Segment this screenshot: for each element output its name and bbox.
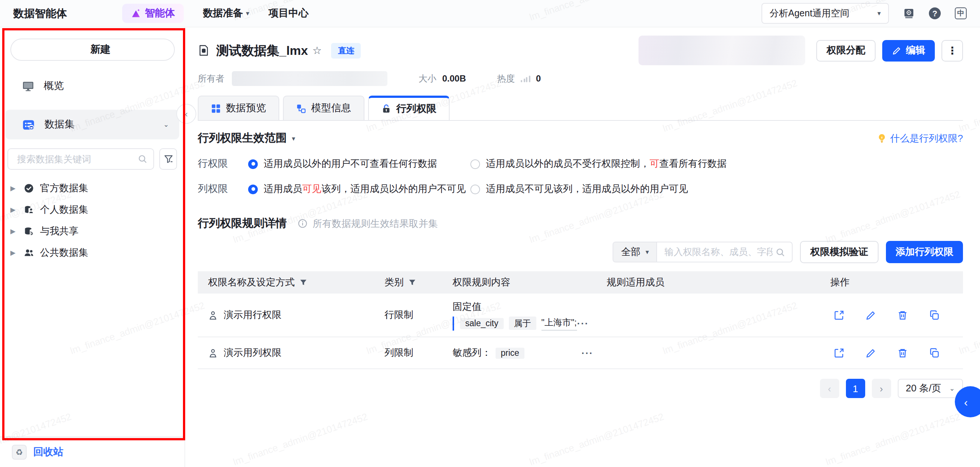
user-icon — [208, 310, 218, 320]
direct-connection-badge: 直连 — [331, 43, 361, 58]
permission-search-input[interactable] — [657, 247, 776, 257]
tree-item-label: 官方数据集 — [40, 181, 88, 194]
expand-caret-icon[interactable]: ▶ — [10, 184, 18, 191]
edit-icon[interactable] — [865, 347, 876, 359]
app-window: 数据智能体 智能体 数据准备 ▾ 项目中心 — [0, 0, 980, 467]
sidebar-collapse-button[interactable]: ‹ — [176, 104, 196, 124]
table-row[interactable]: 演示用列权限 列限制 敏感列： price ··· — [198, 337, 963, 369]
favorite-star-icon[interactable]: ☆ — [313, 45, 322, 56]
radio-selected-icon[interactable] — [248, 184, 258, 194]
monitor-icon — [22, 80, 34, 92]
dataset-search-input[interactable] — [16, 153, 138, 165]
column-option-2[interactable]: 适用成员不可见该列，适用成员以外的用户可见 — [470, 182, 688, 196]
dataset-filter-button[interactable] — [159, 148, 177, 170]
database-person-icon — [24, 204, 34, 215]
row-actions — [820, 347, 963, 359]
chevron-down-icon[interactable]: ▾ — [292, 134, 295, 142]
page-size-select[interactable]: 20 条/页 ⌄ — [898, 379, 963, 398]
row-permission-options: 行权限 适用成员以外的用户不可查看任何行数据 适用成员以外的成员不受行权限控制，… — [198, 157, 963, 171]
row-permission-label: 行权限 — [198, 157, 248, 171]
col-header-rule-content: 权限规则内容 — [442, 276, 596, 289]
next-page-button[interactable]: › — [872, 379, 891, 398]
recycle-bin-item[interactable]: ♻ 回收站 — [0, 437, 185, 467]
nav-item-agent[interactable]: 智能体 — [122, 4, 184, 23]
delete-icon[interactable] — [897, 347, 908, 359]
tab-model-info-label: 模型信息 — [311, 102, 351, 115]
new-button[interactable]: 新建 — [10, 38, 175, 61]
filter-funnel-icon[interactable] — [299, 278, 307, 287]
tree-item-personal-datasets[interactable]: ▶ 个人数据集 — [0, 199, 185, 220]
nav-item-data-prep[interactable]: 数据准备 ▾ — [203, 7, 249, 20]
current-page-button[interactable]: 1 — [846, 379, 865, 398]
dataset-search-field[interactable] — [7, 148, 154, 170]
prev-page-button[interactable]: ‹ — [820, 379, 839, 398]
tab-row-column-permission-label: 行列权限 — [396, 102, 436, 116]
row-option-1[interactable]: 适用成员以外的用户不可查看任何行数据 — [248, 157, 470, 171]
tree-item-public-datasets[interactable]: ▶ 公共数据集 — [0, 242, 185, 263]
tree-item-official-datasets[interactable]: ▶ 官方数据集 — [0, 177, 185, 199]
dataset-doc-icon — [198, 45, 210, 56]
rules-info-text: 所有数据规则生效结果取并集 — [313, 217, 438, 230]
workspace-select[interactable]: 分析Agent通用空间 ▾ — [762, 3, 889, 24]
column-option-1[interactable]: 适用成员可见该列，适用成员以外的用户不可见 — [248, 182, 470, 196]
edit-icon[interactable] — [865, 309, 876, 320]
expand-caret-icon[interactable]: ▶ — [10, 206, 18, 213]
expand-caret-icon[interactable]: ▶ — [10, 227, 18, 234]
column-option-1-label: 适用成员可见该列，适用成员以外的用户不可见 — [264, 182, 466, 196]
app-title: 数据智能体 — [13, 6, 67, 21]
table-header: 权限名称及设定方式 类别 权限规则内容 规则适用成员 操作 — [198, 271, 963, 293]
tab-bar: 数据预览 模型信息 行列权限 — [198, 96, 963, 121]
help-icon[interactable]: ? — [929, 7, 941, 19]
tab-data-preview-label: 数据预览 — [226, 102, 266, 115]
scope-section-header: 行列权限生效范围 ▾ 什么是行列权限? — [198, 131, 963, 145]
more-actions-button[interactable]: ⋮ — [942, 40, 963, 61]
model-diagram-icon — [296, 104, 306, 113]
sidebar-item-dataset[interactable]: 数据集 ⌄ — [5, 110, 179, 139]
copy-icon[interactable] — [929, 309, 940, 320]
rule-field-chip: price — [496, 347, 525, 359]
sidebar-item-overview[interactable]: 概览 — [0, 73, 185, 99]
row-option-2[interactable]: 适用成员以外的成员不受行权限控制，可查看所有行数据 — [470, 157, 727, 171]
what-is-permission-link[interactable]: 什么是行列权限? — [877, 132, 963, 145]
filter-type-select[interactable]: 全部 ▾ — [614, 242, 657, 262]
row-actions — [820, 309, 963, 320]
assign-permission-button[interactable]: 权限分配 — [816, 40, 875, 61]
permission-search-combo: 全部 ▾ — [613, 242, 792, 262]
rules-title: 行列权限规则详情 — [198, 217, 287, 231]
add-permission-button[interactable]: 添加行列权限 — [886, 241, 963, 263]
tree-item-shared-with-me[interactable]: ▶ 与我共享 — [0, 220, 185, 242]
info-icon — [298, 219, 307, 228]
people-icon — [24, 247, 34, 258]
tab-data-preview[interactable]: 数据预览 — [198, 96, 279, 120]
rule-ellipsis: ··· — [581, 347, 593, 359]
table-row[interactable]: 演示用行权限 行限制 固定值 ··· sale_city 属于 "上海市"; — [198, 293, 963, 337]
header-actions: 权限分配 编辑 ⋮ — [638, 35, 963, 65]
tab-row-column-permission[interactable]: 行列权限 — [368, 96, 450, 120]
size-value: 0.00B — [442, 73, 466, 84]
export-icon[interactable] — [833, 347, 845, 359]
main-content: 测试数据集_lmx ☆ 直连 权限分配 编辑 ⋮ — [185, 27, 980, 467]
radio-selected-icon[interactable] — [248, 159, 258, 169]
column-option-2-label: 适用成员不可见该列，适用成员以外的用户可见 — [486, 182, 688, 196]
export-icon[interactable] — [833, 309, 845, 320]
language-icon[interactable]: 中 — [955, 7, 967, 19]
nav-item-project-center[interactable]: 项目中心 — [269, 7, 309, 20]
simulate-permission-button[interactable]: 权限模拟验证 — [800, 241, 878, 263]
radio-unselected-icon[interactable] — [470, 159, 480, 169]
assign-permission-label: 权限分配 — [827, 44, 865, 57]
delete-icon[interactable] — [897, 309, 908, 320]
edit-button[interactable]: 编辑 — [882, 40, 935, 61]
expand-caret-icon[interactable]: ▶ — [10, 249, 18, 256]
filter-funnel-icon[interactable] — [408, 278, 416, 287]
col-header-category[interactable]: 类别 — [374, 276, 442, 289]
nav-item-data-prep-label: 数据准备 — [203, 7, 243, 20]
row-option-1-label: 适用成员以外的用户不可查看任何行数据 — [264, 157, 437, 171]
radio-unselected-icon[interactable] — [470, 184, 480, 194]
copy-icon[interactable] — [929, 347, 940, 359]
recycle-icon: ♻ — [12, 445, 27, 460]
scope-title: 行列权限生效范围 — [198, 131, 287, 145]
tab-model-info[interactable]: 模型信息 — [283, 96, 364, 120]
col-header-name[interactable]: 权限名称及设定方式 — [198, 276, 374, 289]
tree-item-label: 与我共享 — [40, 224, 78, 237]
console-icon[interactable] — [903, 7, 915, 19]
